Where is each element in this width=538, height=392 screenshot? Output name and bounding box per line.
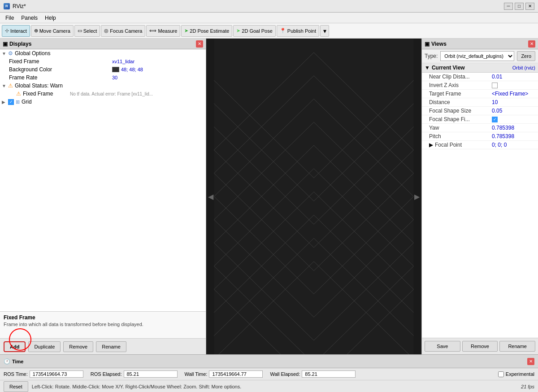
views-remove-button[interactable]: Remove	[462, 341, 498, 352]
svg-rect-0	[214, 39, 413, 354]
invert-z-checkbox[interactable]	[492, 83, 498, 88]
fps-display: 21 fps	[521, 384, 534, 389]
displays-button-bar: Add Duplicate Remove Rename	[0, 338, 206, 354]
reset-button[interactable]: Reset	[4, 381, 28, 392]
focal-expand-arrow-icon: ▶	[429, 142, 433, 148]
global-options-item[interactable]: ▼ ⚙ Global Options	[0, 49, 206, 57]
status-bar: ROS Time: 1735419664.73 ROS Elapsed: 85.…	[0, 368, 538, 392]
expand-arrow-icon: ▼	[2, 51, 6, 56]
yaw-row: Yaw 0.785398	[422, 124, 538, 132]
views-title: ▣ Views	[425, 41, 447, 47]
measure-button[interactable]: ⟺ Measure	[146, 25, 180, 37]
wall-elapsed-field: Wall Elapsed: 85.21	[270, 370, 356, 378]
goal-icon: ➤	[236, 28, 240, 34]
viewport-left-arrow[interactable]: ◀	[206, 191, 215, 203]
duplicate-button[interactable]: Duplicate	[28, 341, 61, 352]
interact-button[interactable]: ⊹ Interact	[2, 25, 30, 37]
publish-point-button[interactable]: 📍 Publish Point	[277, 25, 319, 37]
window-controls: ─ □ ✕	[504, 3, 534, 10]
minimize-button[interactable]: ─	[504, 3, 513, 10]
remove-button[interactable]: Remove	[63, 341, 93, 352]
menu-panels[interactable]: Panels	[17, 14, 41, 22]
titlebar: R RViz* ─ □ ✕	[0, 0, 538, 13]
near-clip-row: Near Clip Dista... 0.01	[422, 73, 538, 81]
add-button[interactable]: Add	[4, 341, 26, 352]
goal-pose-button[interactable]: ➤ 2D Goal Pose	[233, 25, 275, 37]
focal-shape-size-row: Focal Shape Size 0.05	[422, 107, 538, 115]
keyboard-shortcuts: Left-Click: Rotate. Middle-Click: Move X…	[32, 384, 241, 389]
main-area: ▣ Displays ✕ ▼ ⚙ Global Options	[0, 39, 538, 354]
grid-checkbox[interactable]	[8, 99, 14, 105]
time-close-button[interactable]: ✕	[527, 358, 534, 365]
views-rename-button[interactable]: Rename	[499, 341, 535, 352]
gear-icon: ⚙	[8, 50, 13, 57]
point-icon: 📍	[280, 28, 286, 34]
pose-estimate-button[interactable]: ➤ 2D Pose Estimate	[181, 25, 232, 37]
frame-rate-item[interactable]: Frame Rate 30	[0, 74, 206, 82]
current-view-header: ▼ Current View Orbit (rviz)	[422, 63, 538, 73]
ros-time-field: ROS Time: 1735419664.73	[4, 370, 83, 378]
close-button[interactable]: ✕	[525, 3, 534, 10]
time-icon: 🕐	[4, 358, 10, 365]
viewport-right-arrow[interactable]: ▶	[412, 191, 421, 203]
view-type-select[interactable]: Orbit (rviz_default_plugins)	[440, 51, 514, 61]
wall-time-value: 1735419664.77	[209, 370, 263, 378]
warn-icon: ⚠	[8, 83, 13, 89]
displays-close-button[interactable]: ✕	[196, 40, 203, 48]
target-frame-row: Target Frame <Fixed Frame>	[422, 90, 538, 98]
global-status-item[interactable]: ▼ ⚠ Global Status: Warn	[0, 82, 206, 90]
select-button[interactable]: ▭ Select	[74, 25, 100, 37]
experimental-checkbox[interactable]	[498, 371, 504, 377]
experimental-checkbox-field: Experimental	[498, 371, 534, 377]
measure-icon: ⟺	[149, 28, 156, 34]
focal-shape-checkbox[interactable]: ✓	[492, 117, 498, 122]
displays-title: ▣ Displays	[3, 41, 31, 47]
status-row-top: ROS Time: 1735419664.73 ROS Elapsed: 85.…	[0, 368, 538, 380]
select-icon: ▭	[78, 28, 82, 34]
focus-camera-button[interactable]: ◎ Focus Camera	[101, 25, 145, 37]
views-button-bar: Save Remove Rename	[422, 338, 538, 354]
status-row-bottom: Reset Left-Click: Rotate. Middle-Click: …	[0, 380, 538, 392]
rename-button[interactable]: Rename	[96, 341, 126, 352]
plus-icon: ▾	[323, 27, 326, 35]
views-panel: ▣ Views ✕ Type: Orbit (rviz_default_plug…	[421, 39, 538, 354]
app-icon: R	[4, 3, 10, 9]
displays-tree: ▼ ⚙ Global Options Fixed Frame xv11_lida…	[0, 49, 206, 311]
grid-icon: ⊞	[16, 99, 20, 105]
focal-shape-fi-row: Focal Shape Fi... ✓	[422, 115, 538, 124]
focus-icon: ◎	[104, 28, 108, 34]
displays-panel: ▣ Displays ✕ ▼ ⚙ Global Options	[0, 39, 206, 354]
grid-item[interactable]: ▶ ⊞ Grid	[0, 98, 206, 106]
views-close-button[interactable]: ✕	[528, 40, 535, 48]
add-toolbar-button[interactable]: ▾	[320, 25, 329, 37]
fixed-frame-status-item[interactable]: ⚠ Fixed Frame No tf data. Actual error: …	[0, 90, 206, 98]
collapse-arrow-icon: ▼	[425, 65, 430, 71]
expand-arrow-icon: ▼	[2, 83, 6, 88]
pitch-row: Pitch 0.785398	[422, 132, 538, 141]
zero-button[interactable]: Zero	[517, 51, 535, 61]
description-area: Fixed Frame Frame into which all data is…	[0, 311, 206, 338]
expand-arrow-icon: ▶	[2, 100, 6, 105]
pose-icon: ➤	[184, 28, 188, 34]
menu-file[interactable]: File	[2, 14, 17, 22]
color-swatch[interactable]	[112, 67, 119, 72]
menubar: File Panels Help	[0, 13, 538, 23]
wall-time-field: Wall Time: 1735419664.77	[185, 370, 263, 378]
ros-elapsed-value: 85.21	[124, 370, 178, 378]
displays-icon: ▣	[3, 41, 8, 47]
warn-sub-icon: ⚠	[16, 91, 21, 97]
views-save-button[interactable]: Save	[425, 341, 460, 352]
menu-help[interactable]: Help	[41, 14, 60, 22]
background-color-item[interactable]: Background Color 48; 48; 48	[0, 65, 206, 74]
view-type-row: Type: Orbit (rviz_default_plugins) Zero	[422, 49, 538, 63]
distance-row: Distance 10	[422, 98, 538, 107]
displays-header: ▣ Displays ✕	[0, 39, 206, 49]
fixed-frame-item[interactable]: Fixed Frame xv11_lidar	[0, 57, 206, 65]
move-icon: ⊕	[34, 28, 38, 34]
3d-viewport[interactable]: ◀ ▶	[206, 39, 421, 354]
maximize-button[interactable]: □	[515, 3, 524, 10]
window-title: RViz*	[13, 3, 26, 9]
move-camera-button[interactable]: ⊕ Move Camera	[31, 25, 74, 37]
toolbar: ⊹ Interact ⊕ Move Camera ▭ Select ◎ Focu…	[0, 23, 538, 39]
wall-elapsed-value: 85.21	[302, 370, 356, 378]
